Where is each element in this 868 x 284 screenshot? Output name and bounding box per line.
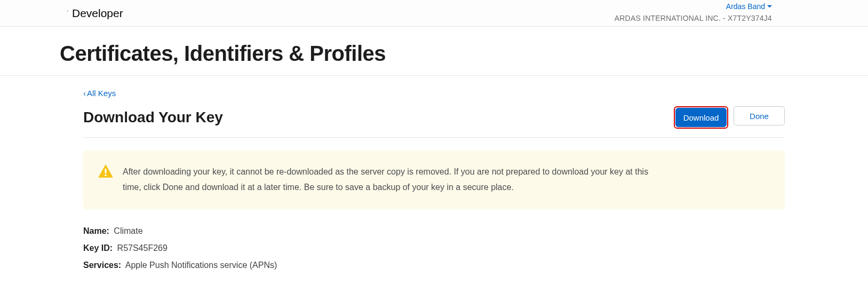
org-line: ARDAS INTERNATIONAL INC. - X7T2Y374J4	[615, 13, 772, 23]
name-label: Name:	[83, 226, 109, 235]
services-label: Services:	[83, 261, 121, 270]
content-area: ‹ All Keys Download Your Key Download Do…	[0, 76, 868, 270]
back-link-label: All Keys	[87, 89, 116, 98]
svg-rect-0	[105, 169, 106, 173]
apple-logo-icon	[60, 6, 69, 20]
brand-text: Developer	[72, 7, 123, 20]
download-highlight: Download	[674, 106, 728, 129]
chevron-down-icon	[767, 2, 772, 11]
account-user-menu[interactable]: Ardas Band	[726, 2, 772, 11]
download-button[interactable]: Download	[675, 108, 727, 127]
warning-text: After downloading your key, it cannot be…	[123, 164, 667, 195]
warning-banner: After downloading your key, it cannot be…	[83, 151, 785, 209]
warning-icon	[98, 164, 113, 180]
detail-name: Name: Climate	[83, 226, 785, 236]
services-value: Apple Push Notifications service (APNs)	[125, 261, 277, 270]
user-name: Ardas Band	[726, 2, 765, 11]
chevron-left-icon: ‹	[83, 89, 86, 98]
action-buttons: Download Done	[674, 106, 785, 129]
keyid-value: R57S45F269	[117, 243, 168, 253]
key-details: Name: Climate Key ID: R57S45F269 Service…	[83, 226, 785, 270]
detail-keyid: Key ID: R57S45F269	[83, 243, 785, 253]
back-link-all-keys[interactable]: ‹ All Keys	[83, 89, 116, 98]
svg-point-1	[105, 175, 107, 177]
detail-services: Services: Apple Push Notifications servi…	[83, 261, 785, 270]
sub-title: Download Your Key	[83, 109, 223, 126]
done-button[interactable]: Done	[734, 106, 785, 125]
top-bar: Developer Ardas Band ARDAS INTERNATIONAL…	[0, 0, 868, 27]
subheader-row: Download Your Key Download Done	[83, 106, 785, 138]
name-value: Climate	[114, 226, 142, 235]
keyid-label: Key ID:	[83, 243, 113, 253]
account-block: Ardas Band ARDAS INTERNATIONAL INC. - X7…	[615, 1, 772, 23]
page-title-row: Certificates, Identifiers & Profiles	[0, 27, 868, 76]
page-title: Certificates, Identifiers & Profiles	[60, 42, 808, 66]
